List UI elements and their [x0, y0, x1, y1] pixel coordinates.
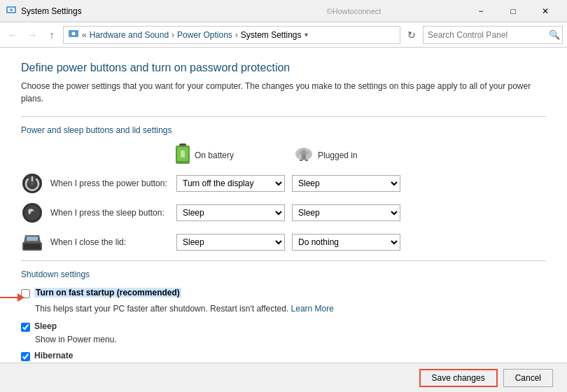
power-grid: On battery Plugged in — [21, 144, 546, 253]
footer: Save changes Cancel — [0, 363, 567, 392]
sleep-sublabel: Show in Power menu. — [35, 333, 546, 346]
title-bar: System Settings ©Howtoconnect − □ ✕ — [0, 0, 567, 22]
shutdown-section: Turn on fast startup (recommended) This … — [21, 288, 546, 363]
arrow-line — [0, 297, 18, 298]
fast-startup-label: Turn on fast startup (recommended) — [34, 288, 181, 298]
window-controls: − □ ✕ — [465, 0, 561, 22]
power-header-row: On battery Plugged in — [21, 144, 546, 167]
hibernate-item: Hibernate — [21, 351, 546, 361]
hibernate-checkbox[interactable] — [21, 352, 30, 361]
power-button-label: When I press the power button: — [50, 178, 176, 188]
learn-more-link[interactable]: Learn More — [291, 304, 334, 314]
lid-icon — [21, 231, 43, 253]
maximize-button[interactable]: □ — [497, 0, 529, 22]
svg-rect-10 — [302, 154, 306, 160]
close-button[interactable]: ✕ — [529, 0, 561, 22]
breadcrumb-icon — [68, 28, 79, 41]
divider-2 — [21, 260, 546, 261]
sleep-label: Sleep — [34, 321, 57, 331]
save-button[interactable]: Save changes — [419, 369, 498, 387]
plugged-icon — [294, 146, 314, 164]
sleep-button-selects: Sleep Do nothing Hibernate Shut down Tur… — [176, 204, 400, 221]
fast-startup-row: Turn on fast startup (recommended) — [21, 288, 546, 300]
sleep-button-row: When I press the sleep button: Sleep Do … — [21, 202, 546, 224]
window-icon — [6, 4, 17, 18]
svg-point-15 — [30, 181, 34, 186]
sleep-icon — [21, 202, 43, 224]
search-input[interactable] — [423, 26, 563, 44]
cancel-button[interactable]: Cancel — [503, 369, 553, 387]
svg-point-17 — [24, 205, 40, 220]
window-title: System Settings — [21, 6, 243, 16]
page-title: Define power buttons and turn on passwor… — [21, 62, 546, 74]
minimize-button[interactable]: − — [465, 0, 497, 22]
sleep-checkbox[interactable] — [21, 323, 30, 332]
section1-title: Power and sleep buttons and lid settings — [21, 125, 546, 135]
main-content: Define power buttons and turn on passwor… — [0, 48, 567, 363]
power-plugged-select[interactable]: Sleep Do nothing Hibernate Shut down Tur… — [292, 175, 400, 192]
breadcrumb-hardware[interactable]: Hardware and Sound — [90, 30, 169, 40]
power-icon — [21, 172, 43, 195]
section2-title: Shutdown settings — [21, 270, 546, 279]
svg-rect-19 — [24, 244, 41, 249]
lid-battery-select[interactable]: Sleep Do nothing Hibernate Shut down Tur… — [176, 234, 285, 251]
breadcrumb-power[interactable]: Power Options — [177, 30, 232, 40]
svg-point-4 — [72, 32, 76, 36]
battery-icon — [175, 144, 190, 167]
refresh-button[interactable]: ↻ — [403, 27, 420, 43]
sleep-button-label: When I press the sleep button: — [50, 208, 176, 218]
sleep-item: Sleep — [21, 321, 546, 332]
forward-button[interactable]: → — [24, 27, 41, 43]
fast-startup-checkbox-item: Turn on fast startup (recommended) — [21, 288, 181, 298]
breadcrumb-dropdown-icon[interactable]: ▾ — [304, 31, 308, 38]
up-button[interactable]: ↑ — [43, 27, 60, 43]
lid-label: When I close the lid: — [50, 237, 176, 247]
breadcrumb-current: System Settings — [241, 30, 302, 40]
power-button-row: When I press the power button: Turn off … — [21, 172, 546, 195]
sleep-plugged-select[interactable]: Sleep Do nothing Hibernate Shut down Tur… — [292, 204, 400, 221]
breadcrumb-sep2: › — [235, 30, 238, 40]
watermark: ©Howtoconnect — [243, 7, 465, 15]
svg-rect-12 — [305, 160, 308, 161]
breadcrumb-sep1: › — [172, 30, 174, 40]
svg-rect-8 — [181, 150, 185, 158]
power-battery-select[interactable]: Turn off the display Do nothing Sleep Hi… — [176, 175, 285, 192]
hibernate-label: Hibernate — [34, 351, 73, 360]
search-wrapper: 🔍 — [423, 26, 563, 44]
col-battery-header: On battery — [175, 144, 294, 167]
breadcrumb: « Hardware and Sound › Power Options › S… — [63, 26, 400, 44]
divider-1 — [21, 116, 546, 117]
page-desc: Choose the power settings that you want … — [21, 80, 546, 105]
svg-point-2 — [10, 8, 13, 11]
back-button[interactable]: ← — [4, 27, 21, 43]
fast-startup-desc: This helps start your PC faster after sh… — [35, 302, 546, 316]
svg-rect-20 — [27, 237, 38, 241]
red-arrow — [0, 293, 24, 302]
col-plugged-header: Plugged in — [294, 144, 413, 167]
arrow-head — [18, 293, 24, 302]
lid-plugged-select[interactable]: Do nothing Sleep Hibernate Shut down Tur… — [292, 234, 400, 251]
svg-rect-11 — [300, 160, 302, 161]
sleep-checkbox-row: Sleep Show in Power menu. — [21, 321, 546, 346]
col-plugged-label: Plugged in — [318, 150, 358, 160]
sleep-battery-select[interactable]: Sleep Do nothing Hibernate Shut down Tur… — [176, 204, 285, 221]
search-icon: 🔍 — [549, 29, 560, 40]
hibernate-checkbox-row: Hibernate Show in Power menu. — [21, 351, 546, 363]
col-battery-label: On battery — [195, 150, 234, 160]
power-button-selects: Turn off the display Do nothing Sleep Hi… — [176, 175, 400, 192]
lid-selects: Sleep Do nothing Hibernate Shut down Tur… — [176, 234, 400, 251]
address-bar: ← → ↑ « Hardware and Sound › Power Optio… — [0, 22, 567, 48]
lid-row: When I close the lid: Sleep Do nothing H… — [21, 231, 546, 253]
